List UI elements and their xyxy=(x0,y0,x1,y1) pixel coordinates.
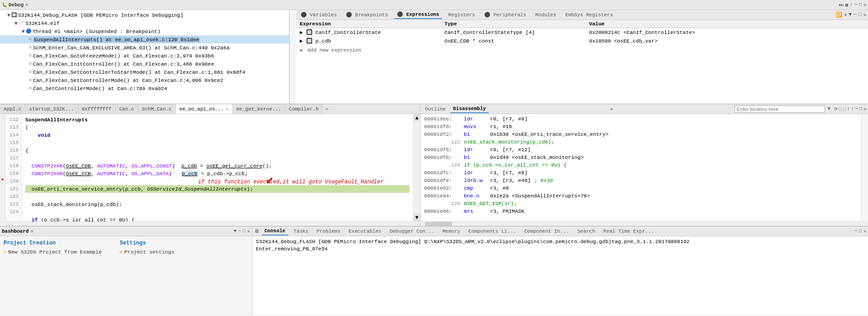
tab-overflow[interactable]: » xyxy=(323,106,331,112)
tab-peripherals[interactable]: ⚫ Peripherals xyxy=(481,11,529,19)
disasm-btn5[interactable]: ↕ xyxy=(851,106,854,112)
expr-row-1[interactable]: ▶ 🔲 p_cdb OsEE_CDB * const 0x10580 <osEE… xyxy=(296,37,868,45)
tab-registers[interactable]: Registers xyxy=(445,11,477,19)
tab-ee-get-kerne[interactable]: ee_get_kerne... xyxy=(233,104,285,114)
tab-disassembly[interactable]: Disassembly xyxy=(450,105,489,113)
tab-startup[interactable]: startup_S32K... xyxy=(26,104,78,114)
tab-outline[interactable]: Outline xyxy=(422,105,448,113)
expr-icon1[interactable]: 🔁 xyxy=(836,12,842,18)
tree-frame-4[interactable]: = Can_FlexCan_SetControllerToStartMode()… xyxy=(0,68,289,76)
tab-memory[interactable]: Memory xyxy=(440,228,463,235)
tree-frame-2[interactable]: = Can_FlexCan_GotoFreezeMode() at Can_Fl… xyxy=(0,52,289,60)
disasm-close[interactable]: ✕ xyxy=(863,106,866,112)
disasm-scrollbar-h[interactable] xyxy=(420,221,868,226)
tab-modules[interactable]: Modules xyxy=(533,11,559,19)
elf-icon: 📄 xyxy=(19,20,24,26)
code-area[interactable]: SuspendAllInterrupts ( void { CONSTP2VAR… xyxy=(22,114,413,221)
console-max[interactable]: □ xyxy=(859,229,862,234)
new-s32ds-project-item[interactable]: ✦ New S32DS Project from Example xyxy=(4,248,102,256)
dash-icon1[interactable]: ▼ xyxy=(234,229,236,234)
tab-console[interactable]: Console xyxy=(262,227,288,235)
scroll-up-btn[interactable]: ▲ xyxy=(414,114,420,122)
debug-grid-icon[interactable]: ▦ xyxy=(845,2,848,8)
disasm-hscroll-thumb[interactable] xyxy=(425,222,452,226)
dash-min[interactable]: ─ xyxy=(238,229,241,234)
debug-min-icon[interactable]: ─ xyxy=(854,2,857,8)
expr-icon4[interactable]: ─ xyxy=(854,12,857,18)
tree-thread[interactable]: ▼ 🔵 Thread #1 <main> (Suspended : Breakp… xyxy=(0,27,289,35)
debug-max-icon[interactable]: □ xyxy=(859,2,862,8)
tab-component-in[interactable]: Component In... xyxy=(522,228,572,235)
gutter-121 xyxy=(0,183,5,191)
expr-row-0-expr: ▶ 🔲 CanIf_ControllerState xyxy=(300,29,444,35)
expr-icon2[interactable]: ✕ xyxy=(844,12,847,18)
dashboard-toolbar: ▼ ─ □ ✕ xyxy=(234,229,250,234)
project-creation-title[interactable]: Project Creation xyxy=(4,240,102,246)
disasm-close-icon[interactable]: ✕ xyxy=(610,106,613,112)
debug-close2-icon[interactable]: ✕ xyxy=(863,2,866,8)
debug-skip-icon[interactable]: ⏭ xyxy=(839,2,844,8)
dash-max[interactable]: □ xyxy=(243,229,245,234)
linenum-121: 121 xyxy=(5,185,21,193)
tree-frame-1-label: SchM_Enter_Can_CAN_EXCLUSIVE_AREA_03() a… xyxy=(33,45,230,51)
tree-frame-5[interactable]: = Can_FlexCan_SetControllerMode() at Can… xyxy=(0,76,289,84)
disasm-max[interactable]: □ xyxy=(859,106,862,112)
disasm-btn1[interactable]: ⟳ xyxy=(834,106,838,112)
tab-ee-oo[interactable]: ee_oo_api_os... ✕ xyxy=(176,104,233,114)
tab-realtime-expr[interactable]: Real Time Expr... xyxy=(601,228,657,235)
disasm-btn3[interactable]: ⬚ xyxy=(843,106,846,112)
expr-row-0[interactable]: ▶ 🔲 CanIf_ControllerState CanIf_Controll… xyxy=(296,28,868,37)
dashboard-close-icon[interactable]: ✕ xyxy=(30,228,33,234)
settings-title[interactable]: Settings xyxy=(120,240,174,246)
debug-step-icon[interactable]: ↕ xyxy=(850,2,853,8)
dash-close[interactable]: ✕ xyxy=(247,229,250,234)
disasm-btn2[interactable]: ⬚ xyxy=(839,106,842,112)
code-fn-name: SuspendAllInterrupts xyxy=(25,116,410,124)
tab-compiler-h[interactable]: Compiler.h xyxy=(285,104,323,114)
tab-0xffffffff[interactable]: 0xffffffff xyxy=(78,104,116,114)
tab-close-icon[interactable]: ✕ xyxy=(226,106,229,112)
tab-problems[interactable]: Problems xyxy=(314,228,343,235)
expr-icon5[interactable]: □ xyxy=(859,12,862,18)
tree-frame-6[interactable]: = Can_SetControllerMode() at Can.c:789 0… xyxy=(0,84,289,92)
location-dropdown-icon[interactable]: ▼ xyxy=(828,106,830,111)
tab-schm-can[interactable]: SchM_Can.c xyxy=(138,104,176,114)
scroll-down-btn[interactable]: ▼ xyxy=(414,214,420,221)
tree-frame-0[interactable]: = SuspendAllInterrupts() at ee_oo_api_os… xyxy=(0,35,289,43)
disasm-btn4[interactable]: ↕ xyxy=(847,106,850,112)
location-input[interactable] xyxy=(735,105,825,113)
tab-embsys[interactable]: EmbSys Registers xyxy=(562,11,616,19)
debug-tree-scrollbar[interactable] xyxy=(289,10,296,104)
tab-debugger-con[interactable]: Debugger Con... xyxy=(387,228,437,235)
disasm-min[interactable]: ─ xyxy=(855,106,858,112)
dashboard-content: Project Creation ✦ New S32DS Project fro… xyxy=(0,236,252,259)
tab-search[interactable]: Search xyxy=(575,228,598,235)
console-line-1: Enter_removing_PB_07e54 xyxy=(256,245,864,253)
tab-expressions[interactable]: ⚫ Expressions xyxy=(394,10,442,19)
debug-close-icon[interactable]: ✕ xyxy=(25,2,28,8)
add-expression[interactable]: ✚ Add new expression xyxy=(296,45,868,55)
gutter-113 xyxy=(0,122,5,129)
tab-breakpoints[interactable]: ⚫ Breakpoints xyxy=(343,11,391,19)
console-close[interactable]: ✕ xyxy=(863,229,866,234)
console-min[interactable]: ─ xyxy=(854,229,857,234)
gutter-116 xyxy=(0,145,5,153)
tab-executables[interactable]: Executables xyxy=(346,228,384,235)
code-120: osEE_orti_trace_service_entry(p_ccb, OSS… xyxy=(25,185,410,193)
tab-appl-c[interactable]: Appl.c xyxy=(0,104,26,114)
project-settings-item[interactable]: ⚙ Project settings xyxy=(120,248,174,256)
middle-panel: Appl.c startup_S32K... 0xffffffff Can.c … xyxy=(0,104,868,226)
disasm-scrollbar[interactable] xyxy=(861,114,868,221)
tree-frame-1[interactable]: = SchM_Enter_Can_CAN_EXCLUSIVE_AREA_03()… xyxy=(0,43,289,52)
tab-variables[interactable]: ⚫ Variables xyxy=(298,11,340,19)
tree-elf[interactable]: ▼ 📄 S32K144.elf xyxy=(0,19,289,27)
tab-tasks[interactable]: Tasks xyxy=(291,228,311,235)
tab-can-c[interactable]: Can.c xyxy=(116,104,138,114)
expr-icon6[interactable]: ✕ xyxy=(863,12,866,18)
tree-frame-3[interactable]: = Can_FlexCan_InitController() at Can_Fl… xyxy=(0,60,289,68)
tab-components-li[interactable]: Components Li... xyxy=(466,228,519,235)
editor-scrollbar-h[interactable] xyxy=(0,221,420,226)
linenum-124: 124 xyxy=(5,208,21,216)
tree-root[interactable]: ▼ 🔲 S32K144_Debug_FLASH [GDB PEMicro Int… xyxy=(0,11,289,19)
expr-icon3[interactable]: ▼ xyxy=(849,12,852,18)
